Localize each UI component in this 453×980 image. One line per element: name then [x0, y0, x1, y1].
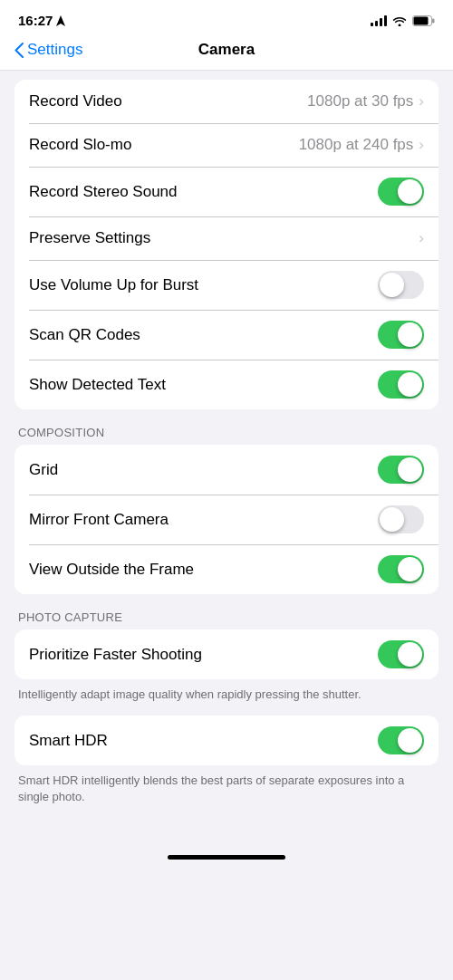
record-stereo-sound-label: Record Stereo Sound: [29, 183, 178, 201]
view-outside-frame-toggle[interactable]: [378, 555, 424, 583]
row-mirror-front: Mirror Front Camera: [14, 495, 439, 544]
record-stereo-sound-toggle[interactable]: [378, 178, 424, 206]
toggle-thumb: [398, 372, 422, 397]
page-title: Camera: [198, 41, 255, 59]
home-indicator: [0, 841, 453, 867]
row-scan-qr: Scan QR Codes: [14, 310, 439, 360]
row-volume-up-burst: Use Volume Up for Burst: [14, 260, 439, 310]
chevron-icon: ›: [419, 229, 424, 247]
row-view-outside-frame: View Outside the Frame: [14, 544, 439, 594]
status-right-icons: [371, 15, 435, 26]
scan-qr-label: Scan QR Codes: [29, 326, 140, 344]
toggle-thumb: [380, 273, 404, 297]
chevron-icon: ›: [419, 136, 424, 154]
section-video: Record Video 1080p at 30 fps › Record Sl…: [0, 80, 453, 409]
row-smart-hdr: Smart HDR: [14, 716, 439, 765]
section-composition: COMPOSITION Grid Mirror Front Camera Vie…: [0, 409, 453, 594]
location-icon: [56, 15, 65, 26]
record-video-label: Record Video: [29, 92, 122, 110]
card-photo-capture: Prioritize Faster Shooting: [14, 629, 439, 679]
chevron-icon: ›: [419, 92, 424, 110]
toggle-thumb: [398, 179, 422, 204]
smart-hdr-label: Smart HDR: [29, 732, 108, 750]
view-outside-frame-label: View Outside the Frame: [29, 561, 194, 579]
chevron-left-icon: [14, 43, 24, 58]
photo-capture-description: Intelligently adapt image quality when r…: [0, 679, 453, 716]
toggle-thumb: [398, 322, 422, 347]
row-record-slo-mo[interactable]: Record Slo-mo 1080p at 240 fps ›: [14, 123, 439, 167]
scan-qr-toggle[interactable]: [378, 321, 424, 349]
row-show-detected-text: Show Detected Text: [14, 360, 439, 409]
grid-toggle[interactable]: [378, 456, 424, 484]
battery-icon: [412, 15, 435, 26]
toggle-thumb: [398, 728, 422, 753]
record-slo-mo-right: 1080p at 240 fps ›: [299, 136, 424, 154]
composition-label: COMPOSITION: [0, 409, 453, 445]
volume-up-burst-toggle[interactable]: [378, 271, 424, 299]
preserve-settings-right: ›: [419, 229, 424, 247]
toggle-thumb: [398, 557, 422, 581]
home-bar: [168, 855, 285, 860]
wifi-icon: [392, 15, 407, 26]
smart-hdr-description: Smart HDR intelligently blends the best …: [0, 765, 453, 818]
grid-label: Grid: [29, 461, 58, 479]
prioritize-faster-shooting-label: Prioritize Faster Shooting: [29, 646, 202, 664]
show-detected-text-toggle[interactable]: [378, 370, 424, 399]
svg-rect-2: [414, 16, 429, 24]
row-record-video[interactable]: Record Video 1080p at 30 fps ›: [14, 80, 439, 123]
record-slo-mo-value: 1080p at 240 fps: [299, 136, 414, 154]
signal-icon: [371, 15, 387, 26]
row-prioritize-faster-shooting: Prioritize Faster Shooting: [14, 629, 439, 679]
row-grid: Grid: [14, 445, 439, 495]
mirror-front-toggle[interactable]: [378, 505, 424, 533]
smart-hdr-toggle[interactable]: [378, 726, 424, 754]
toggle-thumb: [398, 642, 422, 667]
card-smart-hdr: Smart HDR: [14, 716, 439, 765]
record-video-value: 1080p at 30 fps: [307, 92, 413, 110]
section-smart-hdr: Smart HDR Smart HDR intelligently blends…: [0, 716, 453, 818]
photo-capture-label: PHOTO CAPTURE: [0, 594, 453, 629]
svg-rect-1: [432, 18, 435, 23]
prioritize-faster-shooting-toggle[interactable]: [378, 640, 424, 668]
card-video: Record Video 1080p at 30 fps › Record Sl…: [14, 80, 439, 409]
record-video-right: 1080p at 30 fps ›: [307, 92, 424, 110]
record-slo-mo-label: Record Slo-mo: [29, 136, 131, 154]
status-bar: 16:27: [0, 0, 453, 34]
time: 16:27: [18, 13, 53, 28]
row-preserve-settings[interactable]: Preserve Settings ›: [14, 216, 439, 260]
volume-up-burst-label: Use Volume Up for Burst: [29, 276, 198, 294]
preserve-settings-label: Preserve Settings: [29, 229, 150, 247]
toggle-thumb: [398, 457, 422, 482]
toggle-thumb: [380, 507, 404, 532]
back-label: Settings: [27, 41, 82, 59]
mirror-front-label: Mirror Front Camera: [29, 511, 169, 529]
back-button[interactable]: Settings: [14, 41, 82, 59]
section-photo-capture: PHOTO CAPTURE Prioritize Faster Shooting…: [0, 594, 453, 716]
show-detected-text-label: Show Detected Text: [29, 376, 166, 394]
nav-bar: Settings Camera: [0, 34, 453, 71]
card-composition: Grid Mirror Front Camera View Outside th…: [14, 445, 439, 594]
row-record-stereo-sound: Record Stereo Sound: [14, 167, 439, 216]
